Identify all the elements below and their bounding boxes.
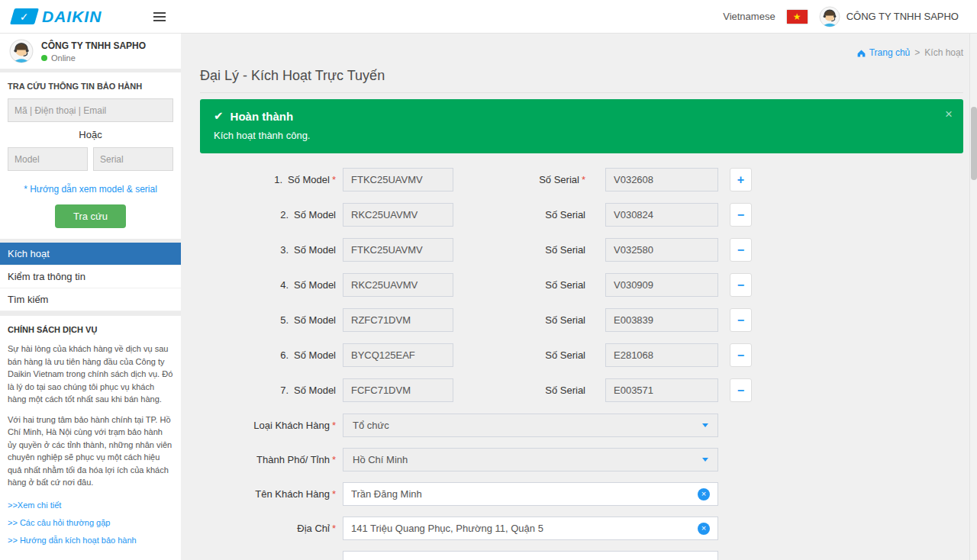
lookup-serial-input[interactable] [93,147,173,171]
page-title: Đại Lý - Kích Hoạt Trực Tuyến [200,68,963,93]
serial-input[interactable] [605,308,718,332]
chevron-down-icon [702,423,708,427]
service-policy-panel: CHÍNH SÁCH DỊCH VỤ Sự hài lòng của khách… [0,316,181,560]
model-input[interactable] [343,343,453,367]
policy-paragraph: Sự hài lòng của khách hàng về dịch vụ sa… [8,343,173,406]
model-label: 2.Số Model [200,209,336,220]
daikin-logo[interactable]: ✓ DAIKIN [0,8,102,26]
vietnam-flag-icon[interactable]: ★ [787,10,808,24]
success-alert: ✔ Hoàn thành Kích hoạt thành công. × [200,99,963,153]
required-asterisk: * [332,420,336,431]
remove-row-button[interactable]: − [730,238,752,262]
breadcrumb: Trang chủ > Kích hoạt [200,34,963,59]
model-label: 7.Số Model [200,385,336,396]
warranty-lookup-panel: TRA CỨU THÔNG TIN BẢO HÀNH Hoặc * Hướng … [0,72,181,239]
model-label: 1.Số Model* [200,174,336,185]
online-status-dot [41,55,47,61]
remove-row-button[interactable]: − [730,308,752,332]
remove-row-button[interactable]: − [730,273,752,297]
serial-input[interactable] [605,203,718,227]
model-serial-guide-link[interactable]: * Hướng dẫn xem model & serial [0,184,181,195]
serial-label: Số Serial [453,244,585,256]
remove-row-button[interactable]: − [730,343,752,367]
topbar-user-name: CÔNG TY TNHH SAPHO [846,11,959,22]
profile-status: Online [41,53,146,63]
model-label: 4.Số Model [200,279,336,291]
alert-title: Hoàn thành [231,110,294,123]
alert-message: Kích hoạt thành công. [214,130,950,141]
lookup-heading: TRA CỨU THÔNG TIN BẢO HÀNH [0,72,181,98]
main-content: Trang chủ > Kích hoạt Đại Lý - Kích Hoạt… [181,34,969,560]
remove-row-button[interactable]: − [730,203,752,227]
customer-name-label: Tên Khách Hàng* [200,488,336,500]
customer-type-label: Loại Khách Hàng* [200,420,336,431]
address-row: Địa Chỉ* × [200,517,963,540]
policy-heading: CHÍNH SÁCH DỊCH VỤ [8,325,173,334]
serial-input[interactable] [605,238,718,262]
customer-name-input[interactable] [351,488,698,500]
policy-detail-link[interactable]: >>Xem chi tiết [8,497,173,514]
breadcrumb-current: Kích hoạt [924,47,963,58]
sidebar-item-check-info[interactable]: Kiểm tra thông tin [0,266,181,288]
city-select[interactable]: Hồ Chí Minh [343,448,718,471]
customer-type-select[interactable]: Tổ chức [343,414,718,437]
close-icon[interactable]: × [945,108,953,121]
partial-field-row [200,551,963,560]
model-input[interactable] [343,308,453,332]
serial-input[interactable] [605,273,718,297]
serial-input[interactable] [605,168,718,191]
model-input[interactable] [343,238,453,262]
remove-row-button[interactable]: − [730,378,752,402]
partial-field-input[interactable] [343,551,718,560]
model-serial-row: 6.Số Model Số Serial − [200,343,963,367]
scrollbar-track[interactable] [969,34,977,560]
add-row-button[interactable]: + [730,168,752,191]
model-label: 6.Số Model [200,349,336,361]
scrollbar-thumb[interactable] [971,107,977,180]
model-input[interactable] [343,378,453,402]
customer-name-row: Tên Khách Hàng* × [200,482,963,506]
serial-label: Số Serial* [453,174,585,185]
serial-label: Số Serial [453,314,585,326]
model-serial-row: 2.Số Model Số Serial − [200,203,963,227]
or-label: Hoặc [0,122,181,147]
user-avatar-icon [819,6,840,27]
model-serial-row: 4.Số Model Số Serial − [200,273,963,297]
clear-field-icon[interactable]: × [698,488,710,500]
sidebar-item-activate[interactable]: Kích hoạt [0,243,181,266]
model-label: 3.Số Model [200,244,336,256]
home-icon [856,48,866,58]
breadcrumb-home-link[interactable]: Trang chủ [856,47,911,58]
sidebar: CÔNG TY TNHH SAPHO Online TRA CỨU THÔNG … [0,34,181,560]
breadcrumb-separator: > [914,47,920,58]
required-asterisk: * [332,454,336,465]
clear-field-icon[interactable]: × [698,523,710,535]
daikin-logo-text: DAIKIN [42,8,102,26]
topbar-user-menu[interactable]: CÔNG TY TNHH SAPHO [819,6,959,27]
model-serial-row: 1.Số Model* Số Serial* + [200,168,963,191]
required-asterisk: * [332,523,336,534]
serial-input[interactable] [605,378,718,402]
sidebar-menu: Kích hoạt Kiểm tra thông tin Tìm kiếm [0,243,181,311]
lookup-search-button[interactable]: Tra cứu [55,204,126,228]
check-icon: ✔ [214,109,224,123]
lookup-code-input[interactable] [8,98,173,122]
customer-type-row: Loại Khách Hàng* Tổ chức [200,414,963,437]
model-serial-row: 5.Số Model Số Serial − [200,308,963,332]
policy-activation-guide-link[interactable]: >> Hướng dẫn kích hoạt bảo hành [8,532,173,549]
address-input[interactable] [351,523,698,534]
policy-faq-link[interactable]: >> Các câu hỏi thường gặp [8,514,173,532]
hamburger-menu-icon[interactable] [149,8,170,26]
daikin-logo-mark-icon: ✓ [10,8,39,24]
model-label: 5.Số Model [200,314,336,326]
model-input[interactable] [343,203,453,227]
policy-paragraph: Với hai trung tâm bảo hành chính tại TP.… [8,414,173,489]
model-serial-row: 3.Số Model Số Serial − [200,238,963,262]
model-input[interactable] [343,168,453,191]
model-input[interactable] [343,273,453,297]
lookup-model-input[interactable] [8,147,88,171]
profile-avatar-icon [9,39,34,63]
sidebar-item-find[interactable]: Tìm kiếm [0,288,181,311]
serial-input[interactable] [605,343,718,367]
language-selector[interactable]: Vietnamese [723,11,775,22]
